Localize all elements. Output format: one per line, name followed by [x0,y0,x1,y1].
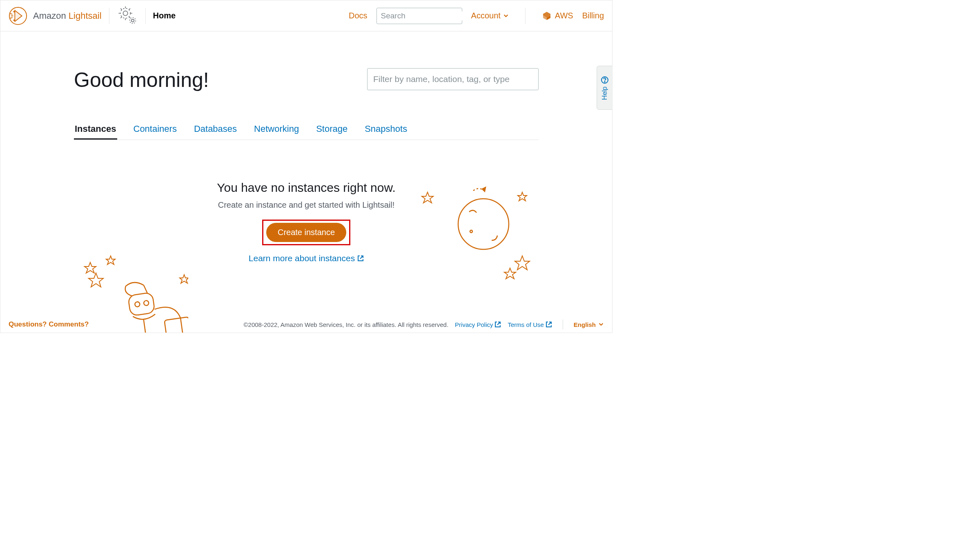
help-label: Help [601,87,608,100]
search-box[interactable] [376,8,462,24]
svg-marker-17 [518,192,527,201]
svg-point-23 [604,81,605,82]
header-right: Docs Account AWS Billing [349,8,604,24]
external-link-icon [546,321,552,328]
svg-marker-10 [89,273,103,287]
billing-link[interactable]: Billing [582,11,604,20]
external-link-icon [494,321,501,328]
svg-point-19 [470,230,472,233]
tab-instances[interactable]: Instances [74,124,117,140]
svg-marker-21 [504,268,516,279]
top-header: Amazon Lightsail Home Docs Account [0,0,612,31]
aws-label: AWS [555,11,573,20]
terms-link[interactable]: Terms of Use [508,321,552,328]
language-menu[interactable]: English [574,321,604,328]
svg-marker-8 [85,262,96,273]
svg-point-13 [135,302,140,307]
main-content: Good morning! Instances Containers Datab… [0,31,612,263]
svg-point-2 [13,20,14,20]
tab-storage[interactable]: Storage [315,124,348,140]
tab-containers[interactable]: Containers [133,124,178,140]
language-label: English [574,321,596,328]
breadcrumb-home[interactable]: Home [153,11,176,20]
aws-link[interactable]: AWS [542,11,573,21]
privacy-link[interactable]: Privacy Policy [455,321,501,328]
tab-snapshots[interactable]: Snapshots [364,124,408,140]
tab-networking[interactable]: Networking [253,124,300,140]
svg-point-5 [131,19,134,22]
divider [109,8,109,24]
svg-point-3 [123,11,127,15]
help-icon [601,76,609,84]
page-title: Good morning! [74,68,209,92]
brand-text: Amazon Lightsail [33,11,102,21]
privacy-label: Privacy Policy [455,321,493,328]
svg-marker-9 [106,256,115,264]
tab-databases[interactable]: Databases [193,124,238,140]
lightsail-logo-icon [9,7,27,25]
terms-label: Terms of Use [508,321,543,328]
footer: Questions? Comments? ©2008-2022, Amazon … [0,320,612,329]
aws-cube-icon [542,11,552,21]
questions-link[interactable]: Questions? Comments? [9,320,89,329]
external-link-icon [357,255,364,262]
divider [563,320,563,329]
learn-more-link[interactable]: Learn more about instances [249,253,364,263]
svg-marker-20 [515,256,530,270]
divider [525,8,526,24]
create-highlight-box: Create instance [262,220,350,245]
create-instance-button[interactable]: Create instance [266,223,346,242]
account-label: Account [471,11,501,20]
copyright: ©2008-2022, Amazon Web Services, Inc. or… [89,321,448,328]
divider [145,8,146,24]
svg-point-18 [458,199,509,249]
svg-rect-12 [128,292,155,316]
svg-point-6 [129,18,136,24]
account-menu[interactable]: Account [471,11,509,20]
svg-point-1 [13,11,14,12]
learn-more-label: Learn more about instances [249,253,355,263]
svg-marker-16 [422,192,433,203]
chevron-down-icon [598,322,604,327]
tabs: Instances Containers Databases Networkin… [74,124,539,140]
planet-illustration [420,183,535,281]
docs-link[interactable]: Docs [349,11,368,20]
logo[interactable]: Amazon Lightsail [9,7,102,25]
search-input[interactable] [381,11,478,20]
help-tab[interactable]: Help [597,66,612,110]
chevron-down-icon [503,13,509,19]
gear-icon[interactable] [117,5,138,27]
svg-marker-11 [180,275,188,283]
filter-input[interactable] [367,68,539,90]
svg-point-14 [143,300,149,306]
